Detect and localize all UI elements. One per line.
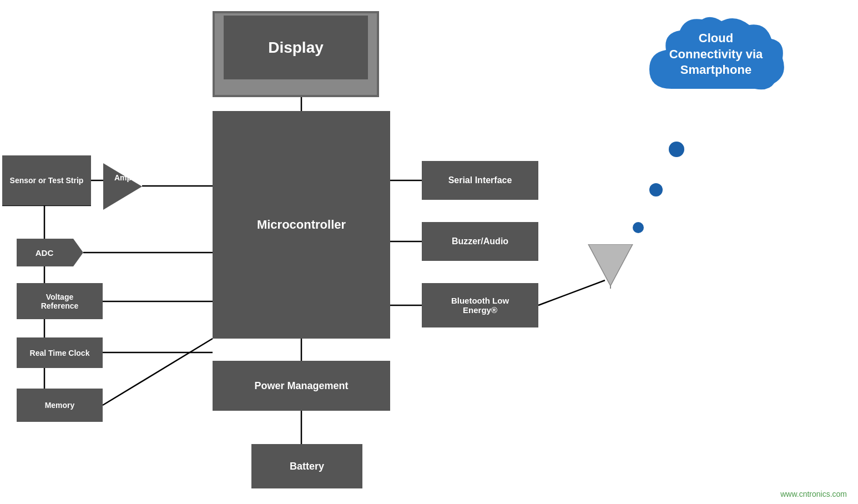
antenna-dot-1: [669, 142, 684, 157]
amp-shape: [103, 163, 142, 210]
svg-line-13: [103, 339, 213, 405]
antenna-dot-2: [649, 183, 663, 196]
memory-block: Memory: [17, 389, 103, 422]
antenna-dot-3: [633, 222, 644, 233]
sensor-strip-block: Sensor or Test Strip: [2, 155, 91, 205]
watermark: www.cntronics.com: [780, 490, 847, 498]
microcontroller-block: Microcontroller: [213, 111, 390, 339]
buzzer-audio-block: Buzzer/Audio: [422, 222, 538, 261]
display-block: Display: [224, 16, 368, 79]
serial-interface-block: Serial Interface: [422, 161, 538, 200]
bluetooth-block: Bluetooth LowEnergy®: [422, 283, 538, 327]
voltage-ref-block: VoltageReference: [17, 283, 103, 319]
power-management-block: Power Management: [213, 361, 390, 411]
cloud-text: CloudConnectivity viaSmartphone: [647, 31, 785, 78]
adc-block: ADC: [17, 239, 83, 266]
diagram: Display DAC Microcontroller Serial Inter…: [0, 0, 858, 504]
real-time-clock-block: Real Time Clock: [17, 337, 103, 368]
battery-block: Battery: [251, 444, 362, 488]
amp-label: Amp: [114, 173, 132, 182]
antenna-shape: [586, 244, 635, 289]
svg-marker-20: [588, 244, 633, 286]
